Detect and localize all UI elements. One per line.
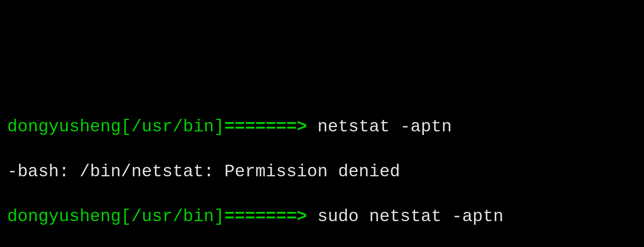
prompt-user: dongyusheng — [7, 117, 121, 136]
command-text: sudo netstat -aptn — [317, 207, 503, 226]
command-text: netstat -aptn — [317, 117, 452, 136]
terminal-line: -bash: /bin/netstat: Permission denied — [7, 160, 637, 183]
command-text — [307, 207, 317, 226]
command-text — [307, 117, 317, 136]
output-text: -bash: /bin/netstat: Permission denied — [7, 162, 400, 181]
prompt-user: dongyusheng — [7, 207, 121, 226]
prompt-path: [/usr/bin] — [121, 117, 224, 136]
terminal-line: dongyusheng[/usr/bin]=======> sudo netst… — [7, 205, 637, 228]
prompt-path: [/usr/bin] — [121, 207, 224, 226]
terminal-line: dongyusheng[/usr/bin]=======> netstat -a… — [7, 116, 637, 138]
terminal-output: dongyusheng[/usr/bin]=======> netstat -a… — [7, 93, 637, 247]
prompt-arrow: =======> — [224, 207, 307, 226]
prompt-arrow: =======> — [224, 117, 307, 136]
